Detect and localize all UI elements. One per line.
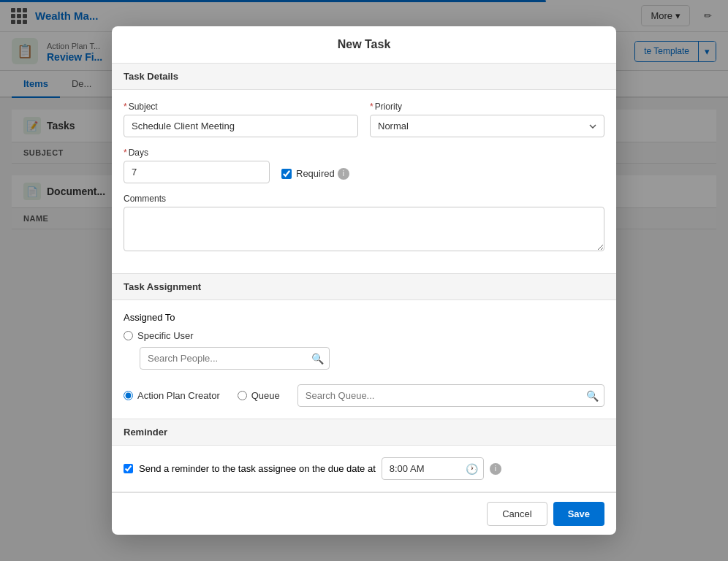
assigned-to-label-wrap: Assigned To	[124, 312, 604, 323]
assignment-bottom-row: Action Plan Creator Queue 🔍	[124, 384, 604, 407]
days-input[interactable]	[124, 161, 270, 183]
modal-footer: Cancel Save	[112, 492, 616, 535]
specific-user-radio[interactable]	[124, 331, 133, 340]
search-people-icon[interactable]: 🔍	[311, 353, 324, 365]
reminder-row: Send a reminder to the task assignee on …	[124, 457, 604, 480]
required-checkbox[interactable]	[281, 169, 292, 179]
priority-label: *Priority	[370, 102, 604, 112]
search-queue-icon[interactable]: 🔍	[586, 390, 599, 402]
search-queue-wrap: 🔍	[297, 384, 604, 407]
comments-input[interactable]	[124, 207, 604, 251]
queue-option: Queue	[238, 390, 280, 401]
reminder-checkbox[interactable]	[124, 464, 133, 473]
comments-group: Comments	[124, 194, 604, 251]
task-assignment-title: Task Assignment	[112, 274, 616, 300]
action-plan-creator-option: Action Plan Creator	[124, 390, 220, 401]
modal-header: New Task	[112, 26, 616, 64]
priority-select[interactable]: NormalHighLow	[370, 115, 604, 137]
reminder-body: Send a reminder to the task assignee on …	[112, 446, 616, 492]
reminder-label[interactable]: Send a reminder to the task assignee on …	[139, 463, 376, 474]
search-people-input[interactable]	[140, 347, 330, 370]
comments-label: Comments	[124, 194, 604, 204]
reminder-section: Reminder Send a reminder to the task ass…	[112, 419, 616, 492]
assignment-radio-group: Specific User 🔍	[124, 330, 604, 375]
assigned-to-label: Assigned To	[124, 312, 175, 323]
required-group: Required i	[281, 148, 349, 183]
comments-row: Comments	[124, 194, 604, 251]
clock-icon: 🕐	[466, 463, 478, 475]
action-plan-creator-label[interactable]: Action Plan Creator	[137, 390, 220, 401]
task-details-body: *Subject *Priority NormalHighLow	[112, 90, 616, 273]
action-plan-creator-radio[interactable]	[124, 391, 133, 400]
specific-user-option: Specific User	[124, 330, 604, 341]
task-details-title: Task Details	[112, 64, 616, 90]
days-group: *Days	[124, 148, 270, 183]
modal-title: New Task	[338, 38, 391, 50]
subject-label: *Subject	[124, 102, 358, 112]
priority-group: *Priority NormalHighLow	[370, 102, 604, 137]
queue-radio[interactable]	[238, 391, 247, 400]
task-details-section: Task Details *Subject *Priority	[112, 64, 616, 274]
reminder-info-icon[interactable]: i	[490, 463, 501, 475]
search-queue-input[interactable]	[297, 384, 604, 407]
queue-label[interactable]: Queue	[251, 390, 280, 401]
required-info-icon[interactable]: i	[338, 168, 349, 180]
subject-priority-row: *Subject *Priority NormalHighLow	[124, 102, 604, 137]
reminder-section-title: Reminder	[112, 419, 616, 446]
subject-input[interactable]	[124, 115, 358, 137]
modal-body: Task Details *Subject *Priority	[112, 64, 616, 492]
modal-overlay: New Task Task Details *Subject	[0, 0, 728, 561]
new-task-modal: New Task Task Details *Subject	[112, 26, 616, 535]
save-button[interactable]: Save	[553, 502, 604, 526]
time-input-wrap: 🕐	[382, 457, 484, 480]
subject-group: *Subject	[124, 102, 358, 137]
cancel-button[interactable]: Cancel	[487, 502, 547, 526]
days-required-row: *Days Required i	[124, 148, 604, 183]
search-people-wrap: 🔍	[140, 347, 330, 370]
days-label: *Days	[124, 148, 270, 158]
task-assignment-body: Assigned To Specific User 🔍	[112, 300, 616, 419]
task-assignment-section: Task Assignment Assigned To Specific Use…	[112, 274, 616, 419]
specific-user-label[interactable]: Specific User	[137, 330, 194, 341]
required-label[interactable]: Required i	[296, 168, 349, 180]
